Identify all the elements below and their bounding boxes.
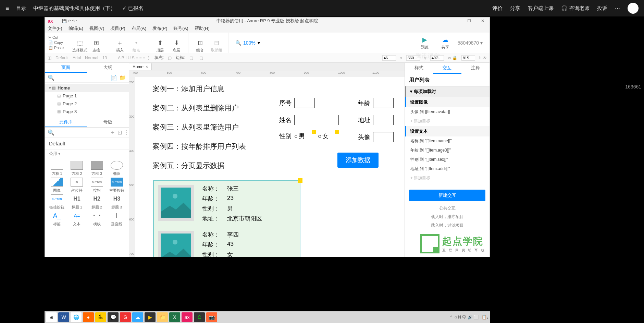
- menu-help[interactable]: 帮助(H): [195, 25, 210, 32]
- action-line[interactable]: 地址 到 "[[Item.addr]]": [405, 164, 490, 174]
- paste-button[interactable]: 📋 Paste: [48, 45, 68, 50]
- copy-button[interactable]: 📄 Copy: [48, 40, 68, 45]
- nav-report[interactable]: 投诉: [597, 5, 607, 12]
- page-search-input[interactable]: [57, 75, 108, 80]
- taskbar-app[interactable]: ▶: [145, 312, 156, 322]
- point-button[interactable]: •绘点: [128, 39, 145, 53]
- widget-box2[interactable]: 方框 2: [67, 161, 86, 176]
- tab-pages[interactable]: 页面: [45, 63, 87, 73]
- widget-h2[interactable]: H2标题 2: [88, 194, 106, 210]
- tab-master[interactable]: 母版: [87, 117, 129, 127]
- taskbar-app[interactable]: 🌐: [71, 312, 82, 322]
- document-tab[interactable]: Home×: [129, 63, 152, 70]
- menu-project[interactable]: 项目(P): [110, 25, 125, 32]
- menu-account[interactable]: 账号(A): [173, 25, 188, 32]
- minimize-button[interactable]: —: [448, 19, 462, 23]
- select-mode-button[interactable]: ⬚选择模式: [72, 39, 88, 53]
- share-button[interactable]: ☁共享: [437, 36, 454, 50]
- add-target-link[interactable]: + 添加目标: [405, 117, 490, 126]
- widget-button[interactable]: BUTTON按钮: [88, 178, 106, 193]
- widget-box3[interactable]: 方框 3: [88, 161, 106, 176]
- size-select[interactable]: 13: [102, 56, 107, 60]
- action-header[interactable]: 设置图像: [405, 97, 490, 107]
- widget-h3[interactable]: H3标题 3: [108, 194, 126, 210]
- menu-icon[interactable]: ≡: [5, 5, 9, 12]
- public-interaction-item[interactable]: 载入时，过滤项目: [405, 221, 490, 230]
- add-page-icon[interactable]: 📄: [110, 74, 117, 81]
- avatar-placeholder[interactable]: [158, 185, 194, 221]
- taskbar-app[interactable]: X: [169, 312, 180, 322]
- nav-rate[interactable]: 评价: [492, 5, 503, 12]
- tab-interaction[interactable]: 交互: [433, 63, 461, 74]
- public-interaction-item[interactable]: 载入时，排序项目: [405, 213, 490, 221]
- cut-button[interactable]: ✂ Cut: [48, 35, 68, 40]
- menu-view[interactable]: 视图(V): [89, 25, 104, 32]
- tab-outline[interactable]: 大纲: [87, 63, 129, 73]
- canvas[interactable]: 案例一：添加用户信息 案例二：从列表里删除用户 案例三：从列表里筛选用户 案例四…: [135, 77, 405, 257]
- tray-icons[interactable]: ⌃ ♫ N 🗨 🔊 ⬜: [449, 315, 479, 320]
- widget-link-button[interactable]: BUTTON链接按钮: [48, 194, 66, 210]
- add-folder-icon[interactable]: 📁: [119, 74, 126, 81]
- name-input[interactable]: [294, 115, 339, 125]
- widget-box1[interactable]: 方框 1: [48, 161, 66, 176]
- add-target-link[interactable]: + 添加目标: [405, 174, 490, 183]
- taskbar-app[interactable]: G: [120, 312, 131, 322]
- h-input[interactable]: [461, 55, 475, 61]
- taskbar-app[interactable]: ●: [83, 312, 94, 322]
- nav-consult[interactable]: 🎧 咨询老师: [561, 5, 590, 12]
- widget-vline[interactable]: ┃垂直线: [108, 211, 126, 227]
- taskbar-app[interactable]: 📷: [206, 312, 217, 322]
- connect-button[interactable]: ⊞连接: [88, 39, 104, 53]
- action-line[interactable]: 年龄 到 "[[Item.age0]]": [405, 146, 490, 155]
- case-text[interactable]: 案例三：从列表里筛选用户: [152, 122, 387, 132]
- maximize-button[interactable]: ☐: [462, 19, 476, 23]
- close-button[interactable]: ✕: [476, 19, 490, 23]
- widget-image[interactable]: 图像: [48, 178, 66, 193]
- taskbar-app[interactable]: ax: [182, 312, 193, 322]
- new-interaction-button[interactable]: 新建交互: [409, 190, 485, 201]
- repeater-widget[interactable]: ⚡ 名称：张三 年龄：23 性别：男 地址：北京市朝阳区: [153, 180, 300, 257]
- preview-button[interactable]: ▶预览: [417, 36, 433, 50]
- close-tab-icon[interactable]: ×: [146, 64, 148, 69]
- action-header[interactable]: 设置文本: [405, 126, 490, 136]
- action-line[interactable]: 头像 到 [[Item.avatar]]: [405, 107, 490, 117]
- menu-file[interactable]: 文件(F): [48, 25, 62, 32]
- lib-search-input[interactable]: [57, 130, 108, 135]
- widget-primary-button[interactable]: BUTTON主要按钮: [108, 178, 126, 193]
- action-line[interactable]: 性别 到 "[[item.sex]]": [405, 155, 490, 164]
- lib-name[interactable]: Default: [45, 138, 129, 149]
- weight-select[interactable]: Normal: [85, 56, 98, 60]
- widget-h1[interactable]: H1标题 1: [67, 194, 86, 210]
- event-header[interactable]: ▾ 每项加载时: [405, 86, 490, 97]
- insert-button[interactable]: ＋插入: [112, 39, 128, 53]
- menu-layout[interactable]: 布局(A): [132, 25, 146, 32]
- tree-home[interactable]: ▾ ▤ Home: [45, 84, 129, 92]
- widget-hline[interactable]: •—•横线: [88, 211, 106, 227]
- menu-edit[interactable]: 编辑(E): [69, 25, 83, 32]
- addr-input[interactable]: [373, 115, 394, 125]
- tab-library[interactable]: 元件库: [45, 117, 87, 127]
- style-select[interactable]: Default: [55, 56, 69, 60]
- radio-female[interactable]: ○女: [318, 132, 329, 140]
- nav-share[interactable]: 分享: [510, 5, 520, 12]
- widget-label[interactable]: A_标签: [48, 211, 66, 227]
- zoom-control[interactable]: 🔍 100% ▾: [235, 40, 260, 46]
- lib-add-icon[interactable]: ＋: [110, 129, 115, 136]
- case-text[interactable]: 案例四：按年龄排序用户列表: [152, 142, 387, 151]
- toc-link[interactable]: 目录: [16, 5, 26, 12]
- taskbar-app[interactable]: W: [58, 312, 69, 322]
- widget-placeholder[interactable]: ✕占位符: [67, 178, 86, 193]
- back-button[interactable]: ⬇底层: [168, 39, 185, 53]
- radio-male[interactable]: ○男: [294, 132, 305, 140]
- lib-opts-icon[interactable]: ⊡: [117, 129, 122, 136]
- widget-name[interactable]: 用户列表: [405, 74, 490, 86]
- font-select[interactable]: Arial: [73, 56, 81, 60]
- taskbar-app[interactable]: ☁: [132, 312, 143, 322]
- tab-notes[interactable]: 注释: [461, 63, 490, 74]
- seq-input[interactable]: [294, 98, 315, 108]
- ungroup-button[interactable]: ⊟取消组: [208, 39, 225, 53]
- quick-access-toolbar[interactable]: 💾 ↶ ↷ :: [62, 19, 77, 23]
- group-button[interactable]: ⊡组合: [192, 39, 208, 53]
- taskbar-app[interactable]: C: [194, 312, 205, 322]
- widget-ellipse[interactable]: 椭圆: [108, 161, 126, 176]
